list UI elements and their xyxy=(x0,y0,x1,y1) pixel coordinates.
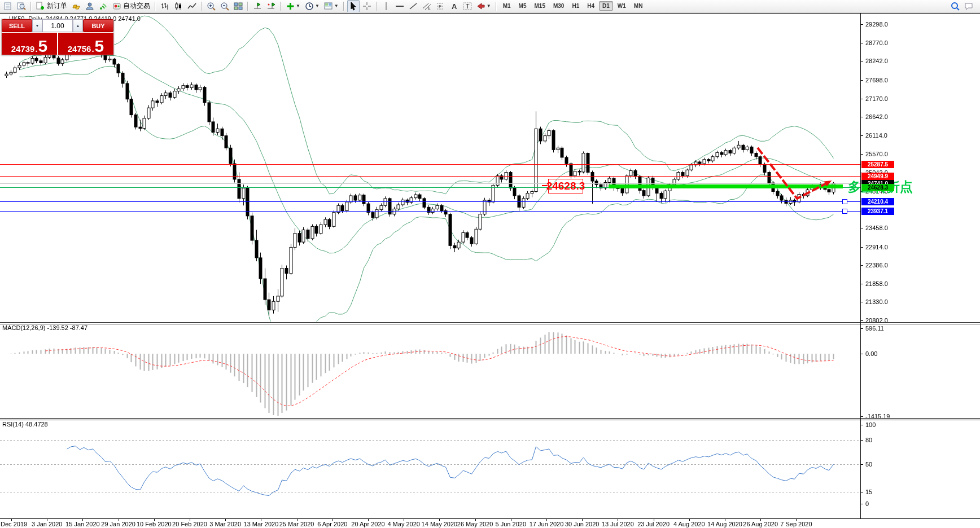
text-tool[interactable]: A xyxy=(448,0,460,12)
dropdown-caret-icon: ▼ xyxy=(334,3,339,8)
date-label: 10 Feb 2020 xyxy=(137,521,172,527)
new-order-button-label: 新订单 xyxy=(47,1,67,11)
ask-main: 24756 xyxy=(68,45,91,53)
vertical-line-tool[interactable] xyxy=(380,0,392,12)
price-line-23937.1[interactable] xyxy=(0,211,860,212)
indicators-button[interactable]: ▼ xyxy=(284,0,302,12)
timeframe-m1[interactable]: M1 xyxy=(500,1,514,11)
chart-shift-icon[interactable] xyxy=(251,0,264,12)
price-badge-23937.1: 23937.1 xyxy=(861,208,894,215)
panel-separator xyxy=(0,324,980,324)
zoom-out-icon[interactable] xyxy=(218,0,231,12)
date-label: 5 Jun 2020 xyxy=(496,521,526,527)
price-tick-label: 20802.0 xyxy=(865,317,888,324)
symbols-icon[interactable] xyxy=(70,0,82,12)
horizontal-line-tool[interactable] xyxy=(393,0,406,12)
cursor-tool[interactable] xyxy=(347,0,360,12)
timeframe-m15[interactable]: M15 xyxy=(531,1,549,11)
price-tick xyxy=(860,320,863,321)
rsi-tick xyxy=(860,425,863,425)
lot-size-input[interactable] xyxy=(42,19,73,32)
fibonacci-tool[interactable]: F xyxy=(434,0,447,12)
rsi-tick-label: 50 xyxy=(865,461,872,468)
timeframe-d1[interactable]: D1 xyxy=(599,1,613,11)
panel-separator[interactable] xyxy=(0,418,980,419)
support-trendline-annotation[interactable] xyxy=(609,184,843,188)
periods-button[interactable]: ▼ xyxy=(303,0,321,12)
price-tick-label: 26642.0 xyxy=(865,113,888,120)
market-profile-icon[interactable] xyxy=(84,0,96,12)
lot-increase-button[interactable]: ▲ xyxy=(73,19,83,32)
rsi-label: RSI(14) 48.4728 xyxy=(2,421,48,428)
price-line-25287.5[interactable] xyxy=(0,164,860,165)
price-badge-24628.3: 24628.3 xyxy=(861,184,894,191)
new-order-button[interactable]: 新订单 xyxy=(34,0,69,12)
date-label: 4 Aug 2020 xyxy=(673,521,705,527)
equidistant-channel-tool[interactable]: E xyxy=(421,0,433,12)
date-label: 3 Jan 2020 xyxy=(32,521,62,527)
date-label: 9 Dec 2019 xyxy=(0,521,27,527)
timeframe-w1[interactable]: W1 xyxy=(614,1,629,11)
panel-separator[interactable] xyxy=(0,322,980,323)
templates-button[interactable]: ▼ xyxy=(322,0,340,12)
svg-text:T: T xyxy=(466,3,470,10)
date-label: 3 Mar 2020 xyxy=(209,521,241,527)
rsi-tick xyxy=(860,492,863,492)
toolbar-separator xyxy=(30,2,32,11)
arrows-tool[interactable]: ▼ xyxy=(475,0,493,12)
price-line-handle[interactable] xyxy=(842,199,847,204)
date-label: 13 Mar 2020 xyxy=(244,521,279,527)
chart-window-icon[interactable] xyxy=(2,0,14,12)
timeframe-h4[interactable]: H4 xyxy=(584,1,598,11)
svg-text:E: E xyxy=(428,6,431,10)
auto-scroll-icon[interactable] xyxy=(265,0,277,12)
timeframe-m5[interactable]: M5 xyxy=(515,1,530,11)
timeframe-m30[interactable]: M30 xyxy=(550,1,567,11)
price-line-24210.4[interactable] xyxy=(0,201,860,202)
text-label-tool[interactable]: T xyxy=(461,0,474,12)
rsi-tick-label: 100 xyxy=(865,421,876,428)
price-line-handle[interactable] xyxy=(842,209,847,214)
timeframe-mn[interactable]: MN xyxy=(631,1,646,11)
price-tick xyxy=(860,302,863,302)
bid-price[interactable]: 24739 . 5 xyxy=(2,33,57,55)
ask-price[interactable]: 24756 . 5 xyxy=(58,33,113,55)
crosshair-tool[interactable] xyxy=(361,0,373,12)
line-chart-icon[interactable] xyxy=(186,0,198,12)
trendline-tool[interactable] xyxy=(407,0,419,12)
price-tick-label: 22914.0 xyxy=(865,244,888,250)
date-label: 26 May 2020 xyxy=(457,521,493,527)
price-tick xyxy=(860,228,863,228)
buy-button[interactable]: BUY xyxy=(83,19,113,32)
date-label: 29 Jan 2020 xyxy=(101,521,135,527)
date-label: 20 Feb 2020 xyxy=(172,521,207,527)
tile-windows-icon[interactable] xyxy=(232,0,244,12)
bid-dot: . xyxy=(35,45,37,53)
search-icon[interactable] xyxy=(949,0,961,12)
data-window-icon[interactable] xyxy=(15,0,28,12)
price-tick-label: 25570.0 xyxy=(865,151,888,157)
price-tick-label: 29298.0 xyxy=(865,21,888,28)
zoom-in-icon[interactable] xyxy=(205,0,217,12)
rsi-tick xyxy=(860,440,863,441)
signals-icon[interactable] xyxy=(97,0,110,12)
price-tick-label: 28242.0 xyxy=(865,58,888,64)
timeframe-h1[interactable]: H1 xyxy=(568,1,583,11)
chart-canvas[interactable] xyxy=(0,0,980,528)
candlestick-chart-icon[interactable] xyxy=(172,0,185,12)
price-badge-24949.9: 24949.9 xyxy=(861,173,894,180)
price-tick xyxy=(860,154,863,155)
bar-chart-icon[interactable] xyxy=(159,0,171,12)
autotrading-button[interactable]: 自动交易 xyxy=(111,0,152,12)
lot-decrease-button[interactable]: ▼ xyxy=(32,19,42,32)
price-tick-label: 27698.0 xyxy=(865,77,888,83)
macd-label: MACD(12,26,9) -139.52 -87.47 xyxy=(2,324,88,331)
price-line-24741[interactable] xyxy=(0,183,860,184)
toolbar-separator xyxy=(496,2,497,11)
price-label-box[interactable]: 24628.3 xyxy=(548,179,583,193)
rsi-tick-label: 0 xyxy=(865,500,869,507)
sell-button[interactable]: SELL xyxy=(2,19,32,32)
toolbar-right xyxy=(948,0,979,12)
price-line-24949.9[interactable] xyxy=(0,176,860,177)
chat-icon[interactable] xyxy=(963,0,975,12)
